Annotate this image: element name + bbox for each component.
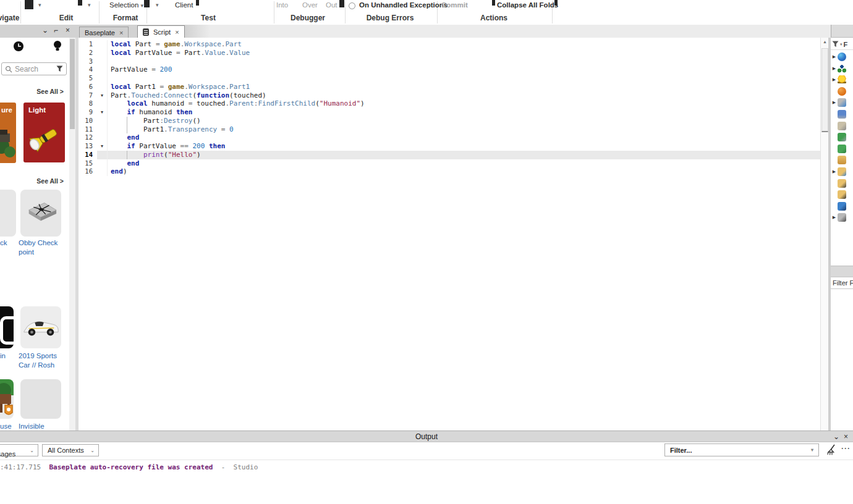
selection-dropdown[interactable]: Selection ▾ [109,1,143,9]
code-text[interactable]: local Part1 = game.Workspace.Part1 [107,83,820,91]
explorer-tree-item[interactable]: ▶ [831,64,853,74]
code-text[interactable]: Part.Touched:Connect(function(touched) [107,91,820,100]
more-options-icon[interactable]: ⋯ [841,443,851,454]
line-number[interactable]: 15 [79,159,97,168]
explorer-tree-item[interactable] [831,132,853,142]
explorer-tree-item[interactable] [831,155,853,165]
code-text[interactable]: end [107,133,820,142]
clear-output-broom-icon[interactable] [826,444,836,456]
explorer-tree-item[interactable]: ▶ [831,52,853,62]
code-line[interactable]: 2local PartValue = Part.Value.Value [79,49,820,57]
code-line[interactable]: 10 Part:Destroy() [79,117,820,125]
panel-close-icon[interactable]: × [844,432,848,441]
explorer-tree-item[interactable] [831,201,853,211]
panel-close-icon[interactable]: × [66,26,70,35]
client-button[interactable]: Client [175,1,193,9]
code-line[interactable]: 7▾Part.Touched:Connect(function(touched) [79,91,820,100]
explorer-tree-item[interactable]: ▶ [831,212,853,222]
line-number[interactable]: 9 [79,108,97,117]
code-text[interactable]: local Part = game.Workspace.Part [107,40,820,49]
explorer-filter-input[interactable]: ▾ F [831,39,853,50]
line-number[interactable]: 1 [79,40,97,49]
expand-arrow-icon[interactable]: ▶ [831,66,838,71]
step-over-button[interactable]: Over [302,1,318,9]
collapse-all-folds-button[interactable]: Collapse All Folds [497,1,558,9]
fold-arrow-icon[interactable]: ▾ [97,91,107,100]
scrollbar-thumb[interactable] [70,39,75,129]
panel-collapse-icon[interactable]: ⌄ [42,26,48,35]
see-all-link[interactable]: See All > [36,88,64,95]
context-dropdown[interactable]: All Contexts ⌄ [42,444,99,456]
panel-collapse-icon[interactable]: ⌄ [833,432,839,441]
explorer-tree-item[interactable] [831,86,853,96]
line-number[interactable]: 4 [79,65,97,74]
line-number[interactable]: 13 [79,142,97,151]
commit-button[interactable]: Commit [441,1,468,9]
code-text[interactable]: Part:Destroy() [107,117,820,125]
lightbulb-icon[interactable] [53,40,62,52]
filter-funnel-icon[interactable] [56,65,63,72]
code-line[interactable]: 12 end [79,133,820,142]
line-number[interactable]: 12 [79,133,97,142]
on-unhandled-exceptions-radio[interactable] [349,2,355,9]
properties-filter-input[interactable]: Filter F [831,277,853,289]
code-text[interactable]: end [107,159,820,168]
explorer-tree-item[interactable]: ▶ [831,98,853,107]
tile-label[interactable]: use [0,422,12,430]
line-number[interactable]: 8 [79,99,97,108]
code-line[interactable]: 5 [79,74,820,83]
toolbox-search-input[interactable]: Search [1,62,67,75]
output-filter-input[interactable]: Filter... ▾ [664,443,819,456]
explorer-tree-item[interactable] [831,121,853,131]
code-text[interactable] [107,74,820,83]
line-number[interactable]: 16 [79,167,97,176]
expand-arrow-icon[interactable]: ▶ [831,169,838,174]
toolbox-tile-light[interactable]: Light [23,103,65,162]
scrollbar-thumb[interactable] [821,48,828,132]
message-type-dropdown[interactable]: All Messages ⌄ [0,444,38,456]
step-out-button[interactable]: Out [326,1,337,9]
code-line[interactable]: 9▾ if humanoid then [79,108,820,117]
tile-label[interactable]: Obby Check point [19,238,63,256]
code-text[interactable]: end) [107,167,820,176]
on-unhandled-exceptions-label[interactable]: On Unhandled Exceptions [359,1,448,9]
explorer-tree-item[interactable] [831,109,853,119]
code-line[interactable]: 11 Part1.Transparency = 0 [79,125,820,134]
explorer-tree-item[interactable] [831,190,853,200]
output-panel-header[interactable]: Output ⌄ × [0,430,853,442]
code-text[interactable]: local humanoid = touched.Parent:FindFirs… [107,99,820,108]
chevron-down-icon[interactable]: ▾ [156,2,159,8]
code-line[interactable]: 6local Part1 = game.Workspace.Part1 [79,83,820,91]
expand-arrow-icon[interactable]: ▶ [831,77,838,82]
tile-label[interactable]: in [0,351,6,361]
toolbox-tile-obby-checkpoint[interactable] [20,190,61,237]
tile-label[interactable]: ck [0,238,7,248]
see-all-link[interactable]: See All > [36,177,64,185]
explorer-tree-item[interactable] [831,144,853,154]
code-text[interactable]: local PartValue = Part.Value.Value [107,49,820,57]
code-text[interactable] [107,57,820,66]
tab-script[interactable]: Script × [137,25,185,38]
toolbox-tile-sports-car[interactable] [20,306,61,348]
panel-float-icon[interactable]: ⌐ [54,26,58,35]
line-number[interactable]: 2 [79,49,97,57]
explorer-tree-item[interactable]: ▶ [831,167,853,177]
code-text[interactable]: if PartValue == 200 then [107,142,820,151]
expand-arrow-icon[interactable]: ▶ [831,100,838,105]
code-line[interactable]: 8 local humanoid = touched.Parent:FindFi… [79,99,820,108]
fold-arrow-icon[interactable]: ▾ [97,142,107,151]
code-line[interactable]: 1local Part = game.Workspace.Part [79,40,820,49]
code-line[interactable]: 3 [79,57,820,66]
clock-icon[interactable] [13,41,24,52]
script-editor[interactable]: 1local Part = game.Workspace.Part2local … [79,38,820,430]
step-into-button[interactable]: Into [276,1,288,9]
code-text[interactable]: print("Hello") [107,151,820,159]
close-icon[interactable]: × [119,29,123,36]
explorer-tree-item[interactable] [831,178,853,188]
code-line[interactable]: 14 print("Hello") [79,151,820,159]
code-text[interactable]: PartValue = 200 [107,65,820,74]
tile-label[interactable]: Invisible [19,422,63,430]
toolbox-tile-partial[interactable]: ure [0,103,16,163]
tile-label[interactable]: 2019 Sports Car // Rosh [19,351,63,369]
chevron-down-icon[interactable]: ▾ [38,2,41,8]
